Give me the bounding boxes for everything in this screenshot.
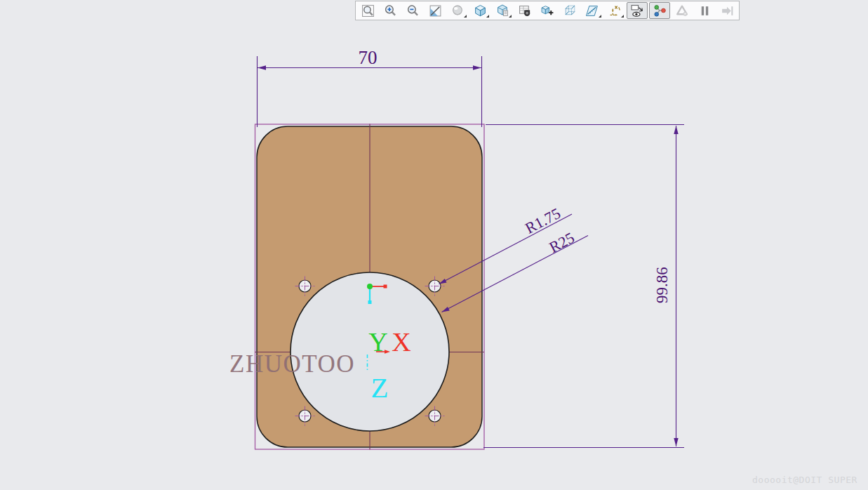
height-dimension[interactable]: 99.86: [483, 125, 684, 448]
footer-watermark: dooooit@DOIT SUPER: [752, 475, 857, 485]
axis-label-z: Z: [370, 371, 388, 404]
hole-radius-text[interactable]: R1.75: [522, 204, 563, 237]
watermark-text: ZHUOTOO: [229, 350, 355, 378]
bore-radius-text[interactable]: R25: [546, 229, 577, 256]
width-dimension-text[interactable]: 70: [359, 47, 378, 68]
height-dimension-text[interactable]: 99.86: [653, 267, 671, 303]
axis-label-x: X: [392, 327, 410, 357]
axis-label-y: Y: [368, 327, 387, 357]
width-dimension[interactable]: 70: [258, 47, 482, 127]
cad-viewport[interactable]: 70 99.86 R1.75 R25 ZHUOTOO Y X Z: [0, 0, 868, 490]
